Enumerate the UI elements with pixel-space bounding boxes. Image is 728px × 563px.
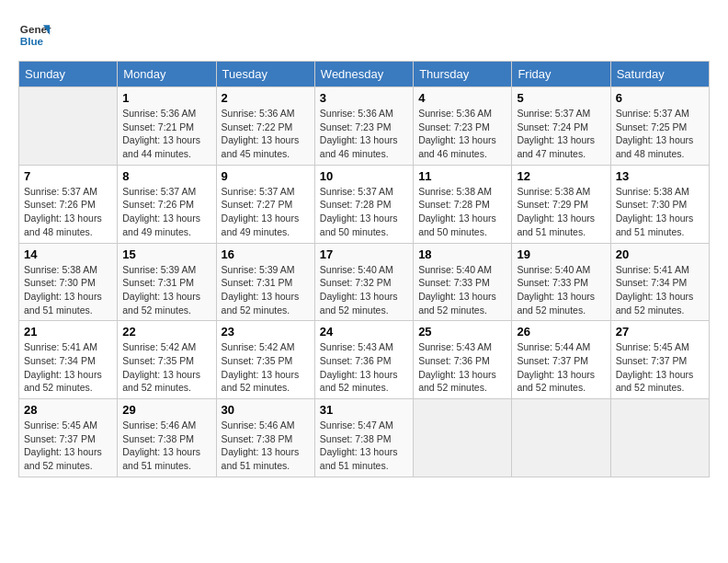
day-info: Sunrise: 5:40 AMSunset: 7:33 PMDaylight:… <box>418 263 506 317</box>
day-number: 14 <box>24 247 112 261</box>
calendar-cell: 17Sunrise: 5:40 AMSunset: 7:32 PMDayligh… <box>314 243 413 321</box>
day-info: Sunrise: 5:39 AMSunset: 7:31 PMDaylight:… <box>122 263 210 317</box>
calendar-cell: 15Sunrise: 5:39 AMSunset: 7:31 PMDayligh… <box>118 243 216 321</box>
day-number: 18 <box>418 247 506 261</box>
day-number: 22 <box>122 325 210 339</box>
day-info: Sunrise: 5:46 AMSunset: 7:38 PMDaylight:… <box>222 419 310 473</box>
calendar-cell: 31Sunrise: 5:47 AMSunset: 7:38 PMDayligh… <box>314 399 413 477</box>
day-info: Sunrise: 5:43 AMSunset: 7:36 PMDaylight:… <box>320 340 408 395</box>
day-number: 1 <box>122 91 210 105</box>
calendar-cell: 3Sunrise: 5:36 AMSunset: 7:23 PMDaylight… <box>314 87 413 166</box>
day-info: Sunrise: 5:37 AMSunset: 7:25 PMDaylight:… <box>616 107 704 161</box>
header-monday: Monday <box>118 62 216 87</box>
week-row-5: 28Sunrise: 5:45 AMSunset: 7:37 PMDayligh… <box>19 399 710 477</box>
day-number: 27 <box>616 325 704 339</box>
day-info: Sunrise: 5:37 AMSunset: 7:27 PMDaylight:… <box>222 185 310 239</box>
day-info: Sunrise: 5:43 AMSunset: 7:36 PMDaylight:… <box>418 340 506 395</box>
day-info: Sunrise: 5:36 AMSunset: 7:22 PMDaylight:… <box>222 107 310 161</box>
day-number: 8 <box>122 169 210 183</box>
day-info: Sunrise: 5:42 AMSunset: 7:35 PMDaylight:… <box>222 340 310 395</box>
calendar-cell: 30Sunrise: 5:46 AMSunset: 7:38 PMDayligh… <box>216 399 314 477</box>
day-info: Sunrise: 5:36 AMSunset: 7:23 PMDaylight:… <box>418 107 506 161</box>
calendar-cell: 6Sunrise: 5:37 AMSunset: 7:25 PMDaylight… <box>610 87 709 166</box>
week-row-3: 14Sunrise: 5:38 AMSunset: 7:30 PMDayligh… <box>19 243 710 321</box>
day-info: Sunrise: 5:41 AMSunset: 7:34 PMDaylight:… <box>24 340 112 395</box>
day-number: 11 <box>418 169 506 183</box>
calendar-cell: 2Sunrise: 5:36 AMSunset: 7:22 PMDaylight… <box>216 87 314 166</box>
day-number: 20 <box>616 247 704 261</box>
day-info: Sunrise: 5:37 AMSunset: 7:24 PMDaylight:… <box>517 107 605 161</box>
day-number: 12 <box>517 169 605 183</box>
calendar-cell: 11Sunrise: 5:38 AMSunset: 7:28 PMDayligh… <box>414 165 512 243</box>
calendar-cell: 19Sunrise: 5:40 AMSunset: 7:33 PMDayligh… <box>512 243 610 321</box>
day-number: 29 <box>122 403 210 417</box>
calendar-cell: 13Sunrise: 5:38 AMSunset: 7:30 PMDayligh… <box>610 165 709 243</box>
day-info: Sunrise: 5:45 AMSunset: 7:37 PMDaylight:… <box>24 419 112 473</box>
logo: General Blue <box>18 18 55 52</box>
day-number: 5 <box>517 91 605 105</box>
day-info: Sunrise: 5:36 AMSunset: 7:21 PMDaylight:… <box>122 107 210 161</box>
calendar-cell <box>512 399 610 477</box>
day-number: 26 <box>517 325 605 339</box>
day-number: 21 <box>24 325 112 339</box>
day-number: 15 <box>122 247 210 261</box>
header-row: SundayMondayTuesdayWednesdayThursdayFrid… <box>19 62 710 87</box>
week-row-4: 21Sunrise: 5:41 AMSunset: 7:34 PMDayligh… <box>19 321 710 399</box>
header-wednesday: Wednesday <box>314 62 413 87</box>
day-info: Sunrise: 5:39 AMSunset: 7:31 PMDaylight:… <box>222 263 310 317</box>
calendar-cell: 10Sunrise: 5:37 AMSunset: 7:28 PMDayligh… <box>314 165 413 243</box>
svg-text:Blue: Blue <box>20 35 44 47</box>
calendar-cell: 5Sunrise: 5:37 AMSunset: 7:24 PMDaylight… <box>512 87 610 166</box>
calendar-cell: 20Sunrise: 5:41 AMSunset: 7:34 PMDayligh… <box>610 243 709 321</box>
day-number: 30 <box>222 403 310 417</box>
calendar-cell: 7Sunrise: 5:37 AMSunset: 7:26 PMDaylight… <box>19 165 118 243</box>
day-number: 25 <box>418 325 506 339</box>
day-number: 16 <box>222 247 310 261</box>
week-row-1: 1Sunrise: 5:36 AMSunset: 7:21 PMDaylight… <box>19 87 710 166</box>
calendar-cell: 1Sunrise: 5:36 AMSunset: 7:21 PMDaylight… <box>118 87 216 166</box>
calendar-table: SundayMondayTuesdayWednesdayThursdayFrid… <box>18 61 710 477</box>
day-number: 2 <box>222 91 310 105</box>
day-number: 31 <box>320 403 408 417</box>
header-tuesday: Tuesday <box>216 62 314 87</box>
day-info: Sunrise: 5:41 AMSunset: 7:34 PMDaylight:… <box>616 263 704 317</box>
day-info: Sunrise: 5:36 AMSunset: 7:23 PMDaylight:… <box>320 107 408 161</box>
header-thursday: Thursday <box>414 62 512 87</box>
day-info: Sunrise: 5:37 AMSunset: 7:26 PMDaylight:… <box>24 185 112 239</box>
calendar-cell: 16Sunrise: 5:39 AMSunset: 7:31 PMDayligh… <box>216 243 314 321</box>
header-saturday: Saturday <box>610 62 709 87</box>
calendar-cell: 14Sunrise: 5:38 AMSunset: 7:30 PMDayligh… <box>19 243 118 321</box>
calendar-cell: 21Sunrise: 5:41 AMSunset: 7:34 PMDayligh… <box>19 321 118 399</box>
week-row-2: 7Sunrise: 5:37 AMSunset: 7:26 PMDaylight… <box>19 165 710 243</box>
calendar-cell: 4Sunrise: 5:36 AMSunset: 7:23 PMDaylight… <box>414 87 512 166</box>
calendar-cell: 27Sunrise: 5:45 AMSunset: 7:37 PMDayligh… <box>610 321 709 399</box>
day-number: 6 <box>616 91 704 105</box>
calendar-cell: 12Sunrise: 5:38 AMSunset: 7:29 PMDayligh… <box>512 165 610 243</box>
day-number: 13 <box>616 169 704 183</box>
calendar-cell <box>610 399 709 477</box>
calendar-cell: 23Sunrise: 5:42 AMSunset: 7:35 PMDayligh… <box>216 321 314 399</box>
day-number: 24 <box>320 325 408 339</box>
day-info: Sunrise: 5:38 AMSunset: 7:30 PMDaylight:… <box>616 185 704 239</box>
day-info: Sunrise: 5:37 AMSunset: 7:26 PMDaylight:… <box>122 185 210 239</box>
day-number: 10 <box>320 169 408 183</box>
calendar-cell <box>19 87 118 166</box>
calendar-cell: 24Sunrise: 5:43 AMSunset: 7:36 PMDayligh… <box>314 321 413 399</box>
day-info: Sunrise: 5:47 AMSunset: 7:38 PMDaylight:… <box>320 419 408 473</box>
calendar-cell: 28Sunrise: 5:45 AMSunset: 7:37 PMDayligh… <box>19 399 118 477</box>
calendar-cell: 22Sunrise: 5:42 AMSunset: 7:35 PMDayligh… <box>118 321 216 399</box>
day-info: Sunrise: 5:38 AMSunset: 7:30 PMDaylight:… <box>24 263 112 317</box>
day-info: Sunrise: 5:38 AMSunset: 7:29 PMDaylight:… <box>517 185 605 239</box>
page-header: General Blue <box>18 18 710 52</box>
day-number: 9 <box>222 169 310 183</box>
day-number: 23 <box>222 325 310 339</box>
day-info: Sunrise: 5:42 AMSunset: 7:35 PMDaylight:… <box>122 340 210 395</box>
day-number: 28 <box>24 403 112 417</box>
calendar-cell: 25Sunrise: 5:43 AMSunset: 7:36 PMDayligh… <box>414 321 512 399</box>
header-friday: Friday <box>512 62 610 87</box>
day-info: Sunrise: 5:40 AMSunset: 7:33 PMDaylight:… <box>517 263 605 317</box>
day-info: Sunrise: 5:40 AMSunset: 7:32 PMDaylight:… <box>320 263 408 317</box>
calendar-cell: 9Sunrise: 5:37 AMSunset: 7:27 PMDaylight… <box>216 165 314 243</box>
calendar-cell: 8Sunrise: 5:37 AMSunset: 7:26 PMDaylight… <box>118 165 216 243</box>
calendar-cell: 18Sunrise: 5:40 AMSunset: 7:33 PMDayligh… <box>414 243 512 321</box>
